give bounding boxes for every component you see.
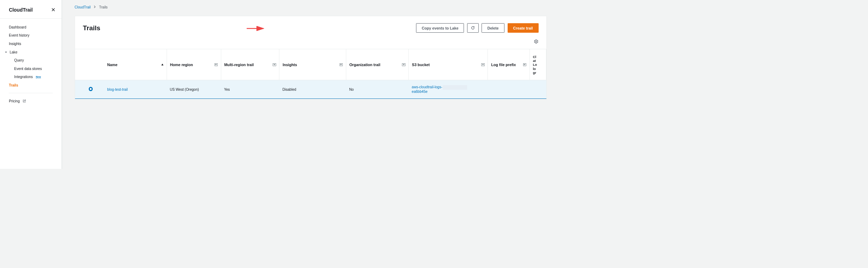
breadcrumb-current: Trails	[99, 5, 107, 9]
sidebar-item-label: Lake	[10, 50, 17, 54]
create-trail-button[interactable]: Create trail	[508, 23, 539, 33]
delete-button[interactable]: Delete	[482, 23, 504, 33]
radio-selected-icon	[89, 87, 93, 91]
sidebar-item-lake[interactable]: Lake	[0, 48, 62, 56]
filter-icon	[340, 63, 343, 66]
cell-s3-bucket: aws-cloudtrail-logs-ea6bb45e	[409, 80, 488, 98]
action-bar: Copy events to Lake Delete Create trail	[416, 23, 538, 33]
s3-bucket-link[interactable]: aws-cloudtrail-logs-ea6bb45e	[412, 85, 467, 94]
svg-point-0	[535, 41, 537, 42]
trail-link[interactable]: blog-test-trail	[107, 88, 128, 91]
column-label: S3 bucket	[412, 63, 430, 67]
external-link-icon	[23, 99, 26, 103]
column-s3-bucket[interactable]: S3 bucket	[409, 49, 488, 80]
filter-icon	[273, 63, 276, 66]
column-label: Name	[107, 63, 117, 67]
service-title: CloudTrail	[9, 7, 33, 13]
panel-header: Trails Copy events to Lake Delete Create…	[75, 16, 547, 37]
column-label: Log file prefix	[491, 63, 516, 67]
filter-icon	[481, 63, 484, 66]
column-label: Home region	[170, 63, 193, 67]
sidebar-item-dashboard[interactable]: Dashboard	[0, 23, 62, 32]
filter-icon	[215, 63, 218, 66]
sidebar-item-integrations[interactable]: Integrations New	[0, 73, 62, 81]
column-cloudwatch-logs[interactable]: ClatLologr	[529, 49, 546, 80]
column-select	[75, 49, 104, 80]
filter-icon	[523, 63, 526, 66]
redacted	[443, 85, 467, 90]
column-label: Insights	[283, 63, 297, 67]
sidebar-item-pricing[interactable]: Pricing	[0, 97, 62, 106]
trails-panel: Trails Copy events to Lake Delete Create…	[75, 16, 547, 99]
sidebar: CloudTrail ✕ Dashboard Event history Ins…	[0, 0, 62, 169]
sidebar-nav: Dashboard Event history Insights Lake Qu…	[0, 19, 62, 110]
cell-log-file-prefix	[488, 80, 529, 98]
settings-row	[75, 37, 547, 49]
column-home-region[interactable]: Home region	[167, 49, 221, 80]
cell-organization-trail: No	[346, 80, 409, 98]
cell-home-region: US West (Oregon)	[167, 80, 221, 98]
table-wrapper: Name Home region Multi	[75, 49, 547, 98]
sidebar-item-event-data-stores[interactable]: Event data stores	[0, 65, 62, 73]
close-icon[interactable]: ✕	[51, 7, 56, 13]
copy-events-button[interactable]: Copy events to Lake	[416, 23, 464, 33]
column-log-file-prefix[interactable]: Log file prefix	[488, 49, 529, 80]
sidebar-item-insights[interactable]: Insights	[0, 40, 62, 48]
sort-asc-icon	[161, 64, 163, 65]
cell-name: blog-test-trail	[104, 80, 167, 98]
breadcrumb: CloudTrail Trails	[75, 5, 547, 9]
main-content: CloudTrail Trails Trails Copy events to …	[62, 0, 547, 169]
cell-multi-region: Yes	[221, 80, 279, 98]
chevron-down-icon	[5, 52, 7, 53]
column-label: Organization trail	[349, 63, 380, 67]
column-organization-trail[interactable]: Organization trail	[346, 49, 409, 80]
row-selector[interactable]	[75, 80, 104, 98]
cell-insights: Disabled	[279, 80, 346, 98]
sidebar-item-label: Integrations	[14, 75, 33, 79]
refresh-button[interactable]	[467, 23, 478, 33]
table-row[interactable]: blog-test-trail US West (Oregon) Yes Dis…	[75, 80, 546, 98]
chevron-right-icon	[94, 5, 96, 9]
gear-icon[interactable]	[534, 39, 539, 45]
column-name[interactable]: Name	[104, 49, 167, 80]
breadcrumb-root[interactable]: CloudTrail	[75, 5, 91, 9]
column-label: Multi-region trail	[224, 63, 254, 67]
new-badge: New	[36, 76, 41, 79]
sidebar-item-trails[interactable]: Trails	[0, 81, 62, 90]
sidebar-header: CloudTrail ✕	[0, 0, 62, 19]
filter-icon	[402, 63, 405, 66]
trails-table: Name Home region Multi	[75, 49, 547, 98]
sidebar-item-label: Pricing	[9, 99, 20, 103]
column-multi-region[interactable]: Multi-region trail	[221, 49, 279, 80]
sidebar-item-event-history[interactable]: Event history	[0, 31, 62, 40]
column-insights[interactable]: Insights	[279, 49, 346, 80]
cell-cloudwatch	[529, 80, 546, 98]
sidebar-item-query[interactable]: Query	[0, 56, 62, 65]
refresh-icon	[471, 26, 475, 30]
page-title: Trails	[83, 24, 100, 32]
divider	[9, 93, 53, 93]
